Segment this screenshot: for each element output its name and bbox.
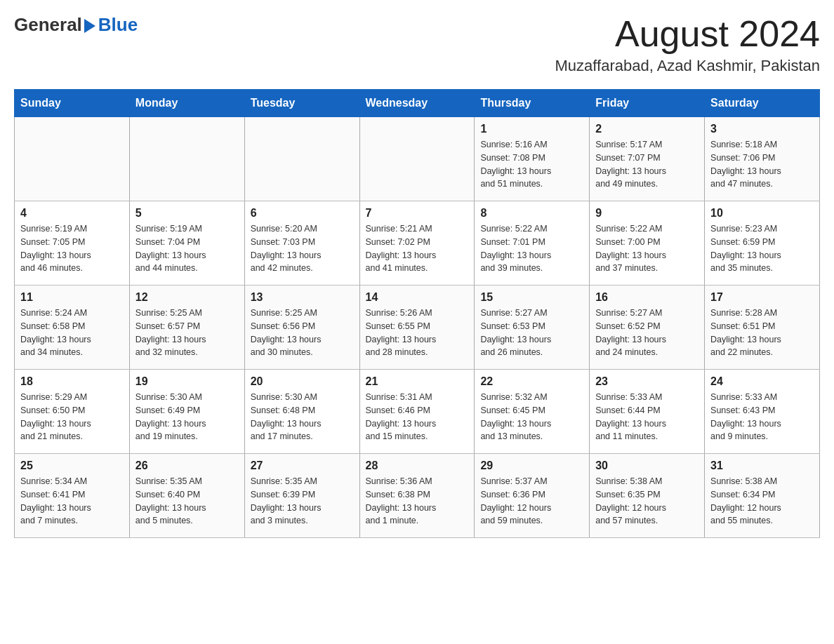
weekday-header-row: SundayMondayTuesdayWednesdayThursdayFrid… (15, 90, 820, 117)
day-number: 15 (480, 291, 583, 304)
day-info: Sunrise: 5:38 AM Sunset: 6:35 PM Dayligh… (595, 475, 699, 528)
page-header: General Blue August 2024 Muzaffarabad, A… (14, 14, 820, 75)
calendar-cell: 2Sunrise: 5:17 AM Sunset: 7:07 PM Daylig… (590, 117, 705, 201)
day-info: Sunrise: 5:36 AM Sunset: 6:38 PM Dayligh… (366, 475, 469, 528)
calendar-week-3: 11Sunrise: 5:24 AM Sunset: 6:58 PM Dayli… (15, 286, 820, 370)
day-info: Sunrise: 5:35 AM Sunset: 6:39 PM Dayligh… (251, 475, 354, 528)
calendar-cell: 14Sunrise: 5:26 AM Sunset: 6:55 PM Dayli… (359, 286, 475, 370)
day-number: 18 (20, 375, 124, 388)
weekday-header-tuesday: Tuesday (244, 90, 359, 117)
day-info: Sunrise: 5:31 AM Sunset: 6:46 PM Dayligh… (366, 391, 469, 443)
day-number: 27 (251, 459, 354, 472)
logo-general: General (14, 14, 82, 36)
day-info: Sunrise: 5:22 AM Sunset: 7:00 PM Dayligh… (595, 222, 699, 275)
day-info: Sunrise: 5:33 AM Sunset: 6:43 PM Dayligh… (710, 391, 814, 443)
calendar-cell (15, 117, 130, 201)
calendar-cell: 30Sunrise: 5:38 AM Sunset: 6:35 PM Dayli… (590, 454, 705, 538)
logo-arrow-bottom (84, 26, 95, 33)
calendar-week-2: 4Sunrise: 5:19 AM Sunset: 7:05 PM Daylig… (15, 201, 820, 286)
day-info: Sunrise: 5:25 AM Sunset: 6:57 PM Dayligh… (135, 307, 239, 359)
weekday-header-sunday: Sunday (15, 90, 130, 117)
calendar-cell (244, 117, 359, 201)
calendar-table: SundayMondayTuesdayWednesdayThursdayFrid… (14, 89, 820, 538)
calendar-cell: 26Sunrise: 5:35 AM Sunset: 6:40 PM Dayli… (129, 454, 244, 538)
calendar-cell: 1Sunrise: 5:16 AM Sunset: 7:08 PM Daylig… (475, 117, 590, 201)
day-number: 26 (135, 459, 239, 472)
day-number: 3 (710, 123, 814, 135)
calendar-week-5: 25Sunrise: 5:34 AM Sunset: 6:41 PM Dayli… (15, 454, 820, 538)
title-block: August 2024 Muzaffarabad, Azad Kashmir, … (555, 14, 820, 75)
day-number: 12 (135, 291, 239, 304)
calendar-body: 1Sunrise: 5:16 AM Sunset: 7:08 PM Daylig… (15, 117, 820, 538)
day-number: 24 (710, 375, 814, 388)
logo-arrow-top (84, 19, 95, 26)
day-info: Sunrise: 5:28 AM Sunset: 6:51 PM Dayligh… (710, 307, 814, 359)
day-info: Sunrise: 5:21 AM Sunset: 7:02 PM Dayligh… (366, 222, 469, 275)
calendar-cell: 10Sunrise: 5:23 AM Sunset: 6:59 PM Dayli… (705, 201, 820, 286)
weekday-header-friday: Friday (590, 90, 705, 117)
calendar-cell: 19Sunrise: 5:30 AM Sunset: 6:49 PM Dayli… (129, 370, 244, 454)
day-number: 25 (20, 459, 124, 472)
day-info: Sunrise: 5:23 AM Sunset: 6:59 PM Dayligh… (710, 222, 814, 275)
calendar-cell: 29Sunrise: 5:37 AM Sunset: 6:36 PM Dayli… (475, 454, 590, 538)
calendar-cell: 3Sunrise: 5:18 AM Sunset: 7:06 PM Daylig… (705, 117, 820, 201)
calendar-header: SundayMondayTuesdayWednesdayThursdayFrid… (15, 90, 820, 117)
day-info: Sunrise: 5:34 AM Sunset: 6:41 PM Dayligh… (20, 475, 124, 528)
calendar-week-1: 1Sunrise: 5:16 AM Sunset: 7:08 PM Daylig… (15, 117, 820, 201)
day-info: Sunrise: 5:17 AM Sunset: 7:07 PM Dayligh… (595, 138, 699, 191)
calendar-cell: 21Sunrise: 5:31 AM Sunset: 6:46 PM Dayli… (359, 370, 475, 454)
day-info: Sunrise: 5:33 AM Sunset: 6:44 PM Dayligh… (595, 391, 699, 443)
day-number: 23 (595, 375, 699, 388)
day-info: Sunrise: 5:16 AM Sunset: 7:08 PM Dayligh… (480, 138, 583, 191)
calendar-cell: 6Sunrise: 5:20 AM Sunset: 7:03 PM Daylig… (244, 201, 359, 286)
day-number: 9 (595, 207, 699, 220)
calendar-cell (359, 117, 475, 201)
day-number: 13 (251, 291, 354, 304)
calendar-cell: 27Sunrise: 5:35 AM Sunset: 6:39 PM Dayli… (244, 454, 359, 538)
day-info: Sunrise: 5:20 AM Sunset: 7:03 PM Dayligh… (251, 222, 354, 275)
calendar-cell: 12Sunrise: 5:25 AM Sunset: 6:57 PM Dayli… (129, 286, 244, 370)
calendar-cell (129, 117, 244, 201)
calendar-cell: 22Sunrise: 5:32 AM Sunset: 6:45 PM Dayli… (475, 370, 590, 454)
day-number: 22 (480, 375, 583, 388)
day-number: 10 (710, 207, 814, 220)
weekday-header-thursday: Thursday (475, 90, 590, 117)
calendar-cell: 18Sunrise: 5:29 AM Sunset: 6:50 PM Dayli… (15, 370, 130, 454)
page-subtitle: Muzaffarabad, Azad Kashmir, Pakistan (555, 57, 820, 75)
day-number: 16 (595, 291, 699, 304)
calendar-cell: 28Sunrise: 5:36 AM Sunset: 6:38 PM Dayli… (359, 454, 475, 538)
day-info: Sunrise: 5:22 AM Sunset: 7:01 PM Dayligh… (480, 222, 583, 275)
day-info: Sunrise: 5:30 AM Sunset: 6:49 PM Dayligh… (135, 391, 239, 443)
weekday-header-wednesday: Wednesday (359, 90, 475, 117)
calendar-cell: 31Sunrise: 5:38 AM Sunset: 6:34 PM Dayli… (705, 454, 820, 538)
day-number: 2 (595, 123, 699, 135)
calendar-cell: 17Sunrise: 5:28 AM Sunset: 6:51 PM Dayli… (705, 286, 820, 370)
day-number: 21 (366, 375, 469, 388)
day-number: 20 (251, 375, 354, 388)
day-number: 7 (366, 207, 469, 220)
day-number: 1 (480, 123, 583, 135)
calendar-cell: 24Sunrise: 5:33 AM Sunset: 6:43 PM Dayli… (705, 370, 820, 454)
calendar-cell: 9Sunrise: 5:22 AM Sunset: 7:00 PM Daylig… (590, 201, 705, 286)
day-info: Sunrise: 5:18 AM Sunset: 7:06 PM Dayligh… (710, 138, 814, 191)
calendar-cell: 15Sunrise: 5:27 AM Sunset: 6:53 PM Dayli… (475, 286, 590, 370)
day-number: 29 (480, 459, 583, 472)
day-number: 31 (710, 459, 814, 472)
day-number: 30 (595, 459, 699, 472)
calendar-cell: 11Sunrise: 5:24 AM Sunset: 6:58 PM Dayli… (15, 286, 130, 370)
calendar-cell: 4Sunrise: 5:19 AM Sunset: 7:05 PM Daylig… (15, 201, 130, 286)
day-number: 8 (480, 207, 583, 220)
day-info: Sunrise: 5:27 AM Sunset: 6:53 PM Dayligh… (480, 307, 583, 359)
day-info: Sunrise: 5:19 AM Sunset: 7:05 PM Dayligh… (20, 222, 124, 275)
logo-blue: Blue (98, 14, 138, 35)
calendar-cell: 23Sunrise: 5:33 AM Sunset: 6:44 PM Dayli… (590, 370, 705, 454)
day-info: Sunrise: 5:29 AM Sunset: 6:50 PM Dayligh… (20, 391, 124, 443)
day-info: Sunrise: 5:24 AM Sunset: 6:58 PM Dayligh… (20, 307, 124, 359)
day-info: Sunrise: 5:19 AM Sunset: 7:04 PM Dayligh… (135, 222, 239, 275)
day-number: 28 (366, 459, 469, 472)
day-info: Sunrise: 5:32 AM Sunset: 6:45 PM Dayligh… (480, 391, 583, 443)
day-number: 4 (20, 207, 124, 220)
calendar-cell: 7Sunrise: 5:21 AM Sunset: 7:02 PM Daylig… (359, 201, 475, 286)
calendar-cell: 25Sunrise: 5:34 AM Sunset: 6:41 PM Dayli… (15, 454, 130, 538)
weekday-header-monday: Monday (129, 90, 244, 117)
